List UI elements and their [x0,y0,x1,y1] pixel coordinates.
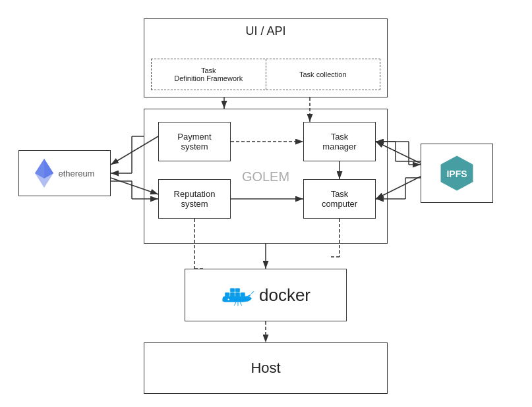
svg-point-12 [227,299,229,301]
host-label: Host [251,360,280,377]
svg-rect-8 [235,292,240,296]
ui-api-box: UI / API Task Definition Framework Task … [144,18,388,97]
reputation-system-label: Reputation system [174,189,216,209]
docker-box: docker [185,269,347,321]
ui-api-inner-panels: Task Definition Framework Task collectio… [151,59,380,90]
reputation-system-box: Reputation system [158,179,231,219]
docker-icon [221,283,255,308]
ui-api-title: UI / API [144,24,387,38]
svg-marker-2 [35,159,44,178]
task-manager-box: Task manager [303,122,376,161]
ethereum-icon [35,159,53,188]
task-computer-label: Task computer [322,189,357,209]
svg-rect-7 [230,292,235,296]
host-box: Host [144,342,388,394]
payment-system-label: Payment system [177,132,211,151]
ipfs-box: IPFS [421,144,493,203]
svg-rect-6 [225,292,229,296]
ethereum-label: ethereum [59,169,95,178]
svg-text:IPFS: IPFS [446,169,467,179]
svg-marker-3 [44,159,53,178]
task-manager-label: Task manager [322,132,356,151]
golem-label: GOLEM [242,169,289,184]
task-computer-box: Task computer [303,179,376,219]
docker-label: docker [259,285,310,306]
docker-logo-container: docker [221,283,310,308]
svg-rect-9 [230,288,235,292]
svg-rect-10 [235,288,240,292]
payment-system-box: Payment system [158,122,231,161]
ethereum-box: ethereum [18,150,111,196]
ipfs-icon: IPFS [437,153,477,193]
task-definition-panel: Task Definition Framework [152,59,266,90]
task-collection-panel: Task collection [266,59,380,90]
svg-rect-11 [241,292,245,296]
architecture-diagram: UI / API Task Definition Framework Task … [0,0,532,407]
ipfs-hex-container: IPFS [437,153,477,193]
